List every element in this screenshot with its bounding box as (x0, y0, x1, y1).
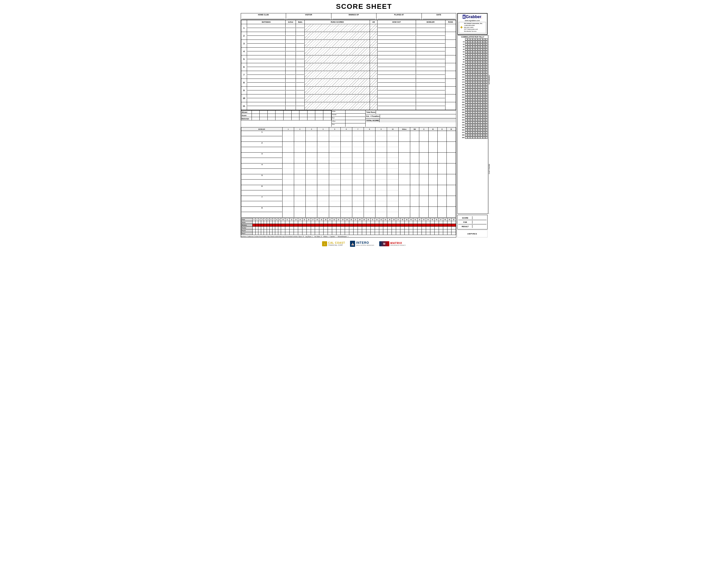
advertiser-text: AA United Limousine, Inc. 1-888-888-8080… (464, 23, 483, 32)
calcoast-name2: FINANCIAL CORP (328, 244, 345, 246)
cap-pairs-label: CAP PAIRS (489, 163, 490, 174)
tally-title: CUMMULATIVE RUN TALLY (458, 36, 488, 38)
tally-row: 240123456789 (458, 99, 488, 101)
date-label: DATE (423, 14, 455, 16)
intero-name2: REAL ESTATE SERVICES (356, 244, 374, 246)
score-label: Score (241, 114, 252, 117)
bowler-row: 4 (241, 163, 456, 174)
over-row: Score (241, 221, 456, 224)
runs-scored-header: RUNS SCORED (305, 20, 370, 24)
scorers-label: SCORERS (489, 74, 490, 85)
tally-row: 40123456789 (458, 48, 488, 51)
tally-row: 10123456789 (458, 41, 488, 43)
batsman-row: 6 (241, 63, 456, 71)
wicket-label: Wicket (241, 111, 252, 114)
bowler-row: 1 (241, 131, 456, 142)
ext-penalties-label: Ext. + Penalties: (367, 115, 380, 117)
bowler-row: 2 (241, 142, 456, 152)
tally-row: 180123456789 (458, 84, 488, 86)
bowler-row: 8 (241, 207, 456, 217)
runs-header: RUNS (445, 20, 456, 24)
total-score-row: TOTAL SCORE: (366, 118, 456, 122)
tally-row: 110123456789 (458, 66, 488, 68)
tally-row: 170123456789 (458, 81, 488, 84)
tally-row: 300123456789 (458, 114, 488, 116)
tally-row: 230123456789 (458, 96, 488, 98)
batsman-row: 1 (241, 24, 456, 32)
row-num-header (241, 20, 247, 24)
how-out-header: HOW OUT (377, 20, 416, 24)
tally-row: 290123456789 (458, 111, 488, 114)
batsman-row: 11 (241, 102, 456, 110)
bowler-row: 3 (241, 152, 456, 163)
tally-row: 80123456789 (458, 58, 488, 61)
umpires-label: UMPIRES (467, 232, 477, 235)
inout-col-header: In/Out (285, 20, 296, 24)
tally-row: 220123456789 (458, 94, 488, 96)
tally-row: 380123456789 (458, 134, 488, 136)
tally-row: 130123456789 (458, 71, 488, 73)
tally-row: 390123456789 (458, 137, 488, 139)
tally-row: 350123456789 (458, 126, 488, 129)
result-row: RESULT (458, 225, 487, 228)
calcoast-name1: CAL COAST (328, 241, 345, 244)
score-result-box: SCORE FOR RESULT (457, 215, 488, 229)
bye-label: Bye (332, 117, 345, 120)
egrabber-logo: eGrabber. (459, 15, 486, 19)
tally-row: 123456789 (458, 38, 488, 41)
noball-label: Noball (332, 114, 345, 117)
balls-col-header: Balls (296, 20, 305, 24)
tally-row: 140123456789 (458, 73, 488, 76)
tally-row: 370123456789 (458, 132, 488, 134)
innings-of-label: INNINGS OF (332, 14, 375, 16)
batsman-row: 7 (241, 71, 456, 79)
over-row: Wickets (241, 224, 456, 227)
page-title: SCORE SHEET (241, 2, 488, 10)
bowler-col-header: BOWLER (241, 127, 283, 131)
total-runs-row: Total Runs: (366, 110, 456, 114)
tally-row: 210123456789 (458, 91, 488, 93)
matrix-icon: M (379, 241, 389, 246)
batsman-row: 5 (241, 55, 456, 63)
bowler-header: BOWLER (416, 20, 445, 24)
sponsors-row: ⌂ CAL COAST FINANCIAL CORP ⛪ INTERO REAL… (241, 239, 488, 248)
tally-row: 340123456789 (458, 124, 488, 126)
tally-row: 60123456789 (458, 53, 488, 56)
total-score-label: TOTAL SCORE: (367, 120, 379, 121)
match-header: HOME CLUB VISITOR INNINGS OF PLAYED AT D… (241, 13, 456, 20)
tally-row: 270123456789 (458, 106, 488, 109)
tally-row: 70123456789 (458, 56, 488, 58)
batsman-row: 9 (241, 87, 456, 94)
batsman-row: 4 (241, 48, 456, 55)
tally-row: 320123456789 (458, 119, 488, 121)
bowler-row: 5 (241, 174, 456, 185)
bowler-table: BOWLER 1 2 3 4 5 6 7 8 9 10 Wides NB O M… (241, 127, 456, 217)
tally-section: CUMMULATIVE RUN TALLY 123456789101234567… (457, 35, 488, 214)
lbye-label: LBye (332, 120, 345, 123)
over-table: Over012345678910111213141516171819202122… (241, 218, 456, 235)
egrabber-site: www.egrabber.com (459, 20, 486, 21)
over-row: Pen F (241, 232, 456, 235)
tally-row: 90123456789 (458, 61, 488, 63)
tally-row: 310123456789 (458, 116, 488, 119)
tally-row: 30123456789 (458, 46, 488, 48)
bowler-row: 6 (241, 185, 456, 196)
fraction-header: 4/6 (370, 20, 377, 24)
over-row: Bowler (241, 227, 456, 229)
total-runs-label: Total Runs: (367, 111, 376, 113)
tally-row: 200123456789 (458, 89, 488, 91)
advertiser-box: ✦ AA United Limousine, Inc. 1-888-888-80… (459, 22, 486, 33)
pen-label: Pen. (332, 123, 345, 127)
calcoast-icon: ⌂ (322, 241, 327, 246)
tally-row: 100123456789 (458, 64, 488, 66)
ext-penalties-row: Ext. + Penalties: (366, 114, 456, 118)
tally-row: 150123456789 (458, 76, 488, 78)
bowler-row: 7 (241, 196, 456, 207)
batsman-table: BATSMAN In/Out Balls RUNS SCORED 4/6 HOW… (241, 20, 456, 110)
sidebar: eGrabber. www.egrabber.com ✦ AA United L… (457, 13, 488, 237)
sponsor-intero: ⛪ INTERO REAL ESTATE SERVICES (350, 241, 374, 247)
intero-name1: INTERO (356, 241, 374, 244)
footer-info: Northern California Cricket Association … (241, 236, 456, 237)
sponsor-matrix: M MATRIX INSURANCE AGENCY (379, 241, 406, 246)
tally-row: 260123456789 (458, 104, 488, 106)
